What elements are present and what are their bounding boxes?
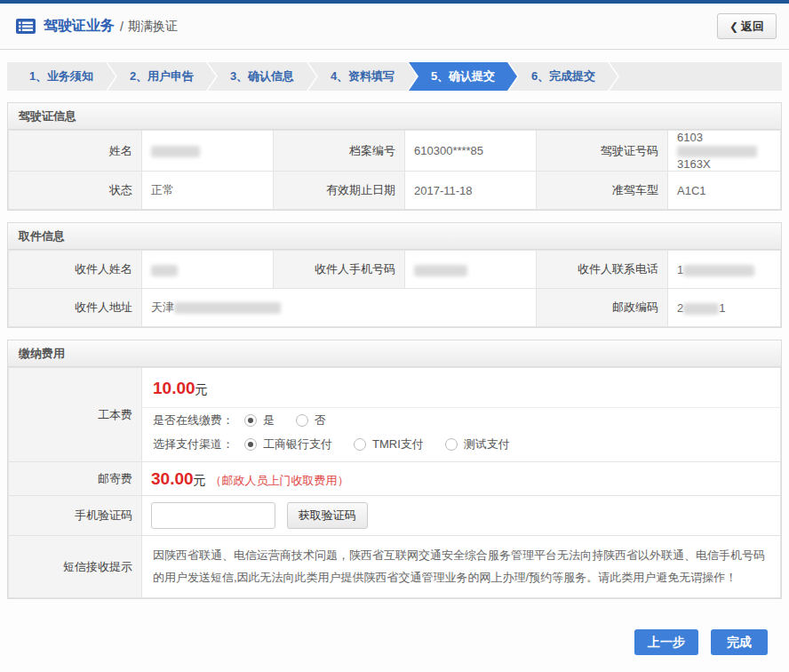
table-row: 收件人地址 天津 邮政编码 21 — [9, 289, 781, 327]
redacted-recipient-name — [151, 265, 178, 276]
get-captcha-button[interactable]: 获取验证码 — [287, 502, 368, 529]
vehicle-type-value: A1C1 — [668, 172, 781, 210]
license-info-table: 姓名 档案编号 610300****85 驾驶证号码 6103 3163X 状态… — [8, 130, 781, 210]
step-5-confirm-submit[interactable]: 5、确认提交 — [409, 62, 517, 91]
radio-channel-tmri[interactable]: TMRI支付 — [354, 436, 424, 452]
step-6-complete-submit[interactable]: 6、完成提交 — [509, 62, 618, 91]
sms-notice-text: 因陕西省联通、电信运营商技术问题，陕西省互联网交通安全综合服务管理平台无法向持陕… — [142, 536, 781, 598]
postcode-prefix: 2 — [677, 301, 683, 315]
fee-label: 工本费 — [9, 368, 142, 462]
redacted-name — [151, 146, 200, 157]
postage-unit: 元 — [194, 473, 206, 487]
page-title: 驾驶证业务 — [44, 17, 115, 36]
step-wizard: 1、业务须知 2、用户申告 3、确认信息 4、资料填写 5、确认提交 6、完成提… — [7, 62, 782, 91]
chevron-left-icon: ❮ — [729, 20, 738, 33]
license-no-prefix: 6103 — [677, 131, 703, 144]
table-row: 收件人姓名 收件人手机号码 收件人联系电话 1 — [9, 251, 781, 289]
page-header: 驾驶证业务 / 期满换证 ❮返回 — [0, 4, 789, 50]
license-no-value: 6103 3163X — [668, 131, 781, 172]
captcha-label: 手机验证码 — [9, 496, 142, 536]
radio-icon — [244, 438, 257, 451]
radio-online-yes[interactable]: 是 — [244, 412, 275, 428]
redacted-postcode — [683, 303, 719, 315]
recipient-phone-label: 收件人联系电话 — [537, 251, 668, 289]
postage-note: （邮政人员上门收取费用） — [211, 474, 349, 487]
recipient-phone-value: 1 — [668, 251, 781, 289]
address-value: 天津 — [142, 289, 537, 327]
license-no-suffix: 3163X — [677, 157, 711, 171]
radio-label: 工商银行支付 — [263, 436, 332, 452]
redacted-address — [174, 302, 281, 314]
radio-online-no[interactable]: 否 — [296, 412, 326, 428]
payment-title: 缴纳费用 — [8, 340, 781, 367]
back-button-label: 返回 — [741, 20, 764, 33]
back-button[interactable]: ❮返回 — [717, 13, 777, 39]
redacted-license-no — [677, 146, 757, 157]
radio-icon — [354, 438, 366, 451]
finish-button[interactable]: 完成 — [711, 629, 768, 655]
radio-icon — [445, 438, 458, 451]
pay-channel-label: 选择支付渠道： — [153, 436, 234, 452]
pickup-info-section: 取件信息 收件人姓名 收件人手机号码 收件人联系电话 1 收件人地址 天津 邮政… — [7, 222, 782, 328]
postcode-label: 邮政编码 — [537, 289, 668, 327]
radio-label: 测试支付 — [464, 436, 510, 452]
postage-label: 邮寄费 — [9, 462, 142, 496]
pay-channel-row: 选择支付渠道： 工商银行支付 TMRI支付 测试支付 — [142, 432, 780, 461]
table-row: 手机验证码 获取验证码 — [9, 496, 781, 536]
step-bar-filler — [610, 62, 782, 91]
breadcrumb-current: 期满换证 — [128, 19, 178, 35]
radio-channel-test[interactable]: 测试支付 — [445, 436, 510, 452]
recipient-mobile-label: 收件人手机号码 — [274, 251, 405, 289]
captcha-input[interactable] — [151, 502, 275, 529]
recipient-name-value — [142, 251, 274, 289]
radio-label: TMRI支付 — [372, 436, 424, 452]
payment-section: 缴纳费用 工本费 10.00元 是否在线缴费： 是 否 选择支付渠道： 工商银行… — [7, 340, 782, 599]
captcha-cell: 获取验证码 — [142, 496, 781, 536]
table-row: 短信接收提示 因陕西省联通、电信运营商技术问题，陕西省互联网交通安全综合服务管理… — [9, 536, 781, 598]
status-value: 正常 — [142, 172, 274, 210]
table-row: 邮寄费 30.00元（邮政人员上门收取费用） — [9, 462, 781, 496]
valid-until-label: 有效期止日期 — [274, 172, 405, 210]
recipient-mobile-value — [405, 251, 537, 289]
online-pay-row: 是否在线缴费： 是 否 — [142, 408, 780, 432]
fee-amount: 10.00 — [153, 379, 195, 397]
pickup-info-title: 取件信息 — [8, 223, 781, 250]
radio-channel-icbc[interactable]: 工商银行支付 — [244, 436, 332, 452]
name-label: 姓名 — [9, 131, 142, 172]
file-no-value: 610300****85 — [405, 131, 537, 172]
breadcrumb-separator: / — [120, 20, 124, 34]
license-info-section: 驾驶证信息 姓名 档案编号 610300****85 驾驶证号码 6103 31… — [7, 102, 782, 211]
table-row: 状态 正常 有效期止日期 2017-11-18 准驾车型 A1C1 — [9, 172, 781, 210]
address-prefix: 天津 — [151, 300, 174, 314]
pickup-info-table: 收件人姓名 收件人手机号码 收件人联系电话 1 收件人地址 天津 邮政编码 21 — [8, 250, 781, 327]
postage-amount: 30.00 — [151, 469, 194, 488]
license-no-label: 驾驶证号码 — [537, 131, 668, 172]
redacted-recipient-mobile — [414, 265, 467, 276]
table-row: 工本费 10.00元 是否在线缴费： 是 否 选择支付渠道： 工商银行支付 TM… — [9, 368, 781, 462]
table-row: 姓名 档案编号 610300****85 驾驶证号码 6103 3163X — [9, 131, 781, 172]
step-2-user-declaration[interactable]: 2、用户申告 — [108, 62, 216, 91]
sms-notice-label: 短信接收提示 — [9, 536, 142, 598]
file-no-label: 档案编号 — [274, 131, 405, 172]
previous-step-button[interactable]: 上一步 — [634, 629, 698, 655]
name-value — [142, 131, 274, 172]
radio-icon — [244, 414, 257, 427]
step-4-fill-materials[interactable]: 4、资料填写 — [308, 62, 417, 91]
vehicle-type-label: 准驾车型 — [537, 172, 668, 210]
postcode-suffix: 1 — [719, 301, 725, 315]
radio-label: 是 — [263, 412, 275, 428]
list-icon — [16, 19, 36, 34]
address-label: 收件人地址 — [9, 289, 142, 327]
step-3-confirm-info[interactable]: 3、确认信息 — [208, 62, 316, 91]
step-1-business-notice[interactable]: 1、业务须知 — [7, 62, 116, 91]
license-info-title: 驾驶证信息 — [8, 103, 781, 130]
payment-table: 工本费 10.00元 是否在线缴费： 是 否 选择支付渠道： 工商银行支付 TM… — [8, 367, 781, 598]
postcode-value: 21 — [668, 289, 781, 327]
status-label: 状态 — [9, 172, 142, 210]
footer-actions: 上一步 完成 — [21, 629, 768, 655]
recipient-phone-prefix: 1 — [677, 263, 683, 276]
valid-until-value: 2017-11-18 — [405, 172, 537, 210]
postage-value: 30.00元（邮政人员上门收取费用） — [142, 462, 781, 496]
fee-amount-row: 10.00元 — [142, 368, 780, 408]
radio-label: 否 — [315, 412, 326, 428]
